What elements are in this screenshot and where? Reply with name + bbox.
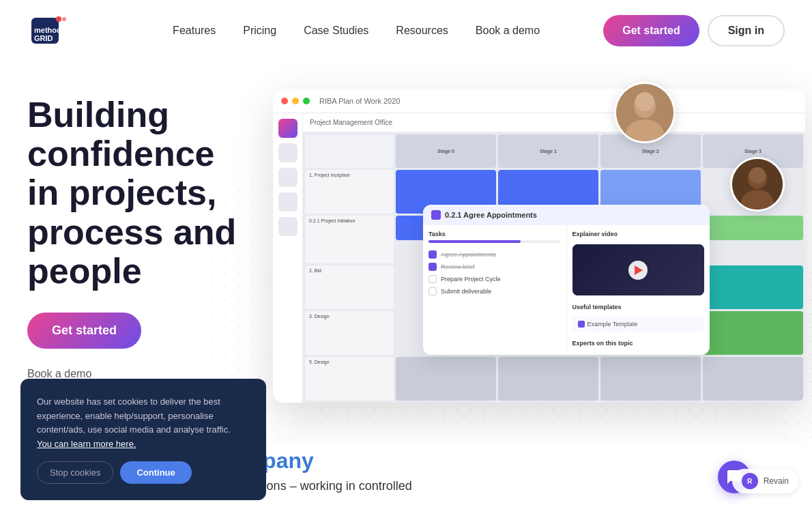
revain-badge: R Revain <box>732 469 798 493</box>
nav-case-studies[interactable]: Case Studies <box>304 25 368 36</box>
cookie-actions: Stop cookies Continue <box>37 461 250 484</box>
window-maximize-dot <box>303 98 310 104</box>
grid-col-header-0 <box>305 134 394 168</box>
experts-section-label: Experts on this topic <box>572 340 705 347</box>
logo[interactable]: method GRID <box>27 10 109 51</box>
stop-cookies-button[interactable]: Stop cookies <box>37 461 113 484</box>
cookie-learn-more-link[interactable]: You can learn more here. <box>37 439 136 449</box>
grid-col-header-2: Stage 1 <box>498 134 598 168</box>
navbar: method GRID Features Pricing Case Studie… <box>0 0 812 61</box>
cookie-banner: Our website has set cookies to deliver t… <box>20 379 266 500</box>
grid-cell-3-4 <box>703 265 803 309</box>
nav-sign-in-button[interactable]: Sign in <box>708 15 785 46</box>
template-row-inner: Example Template <box>578 321 699 328</box>
task-text-4: Submit deliverable <box>441 288 491 295</box>
continue-button[interactable]: Continue <box>120 461 191 484</box>
task-item-2: Review brief <box>429 261 561 273</box>
cookie-text: Our website has set cookies to deliver t… <box>37 395 250 452</box>
grid-cell-5-1 <box>396 357 496 401</box>
grid-row-label-5: 5. Design <box>305 357 394 401</box>
task-text-2: Review brief <box>441 263 475 270</box>
task-checkbox-empty-1 <box>429 275 437 283</box>
nav-resources[interactable]: Resources <box>396 25 448 36</box>
grid-row-label-4: 3. Design <box>305 311 394 355</box>
task-card: 0.2.1 Agree Appointments Tasks Agree App… <box>423 205 710 355</box>
nav-get-started-button[interactable]: Get started <box>603 15 699 46</box>
templates-section-label: Useful templates <box>572 304 705 310</box>
play-icon <box>635 265 643 275</box>
grid-row-label-2: 0.2.1 Project Initiation <box>305 216 394 263</box>
task-progress-bar-wrap <box>429 240 561 243</box>
sidebar-icon-4 <box>278 192 298 212</box>
sidebar-icon-5 <box>278 217 298 236</box>
nav-book-demo[interactable]: Book a demo <box>476 25 540 36</box>
grid-col-header-1: Stage 0 <box>396 134 496 168</box>
task-item-4: Submit deliverable <box>429 285 561 298</box>
task-card-header: 0.2.1 Agree Appointments <box>423 205 710 225</box>
avatar-face-2 <box>732 159 783 209</box>
task-card-title: 0.2.1 Agree Appointments <box>445 211 537 219</box>
task-checkbox-empty-2 <box>429 287 437 295</box>
task-card-icon <box>431 210 441 220</box>
sidebar-icon-3 <box>278 168 298 187</box>
revain-label: Revain <box>764 476 789 486</box>
svg-text:GRID: GRID <box>34 34 53 42</box>
grid-cell-2-4 <box>703 216 803 240</box>
task-list-column: Tasks Agree Appointments Review brief <box>423 225 567 352</box>
revain-icon: R <box>742 473 758 489</box>
hero-right: RIBA Plan of Work 2020 Project Managemen… <box>259 82 785 444</box>
svg-point-3 <box>56 16 61 22</box>
cookie-main-text: Our website has set cookies to deliver t… <box>37 396 231 435</box>
hero-avatar-2 <box>730 157 785 212</box>
template-item: Example Template <box>572 317 705 332</box>
play-button[interactable] <box>628 261 648 280</box>
task-progress-bar-fill <box>429 240 521 243</box>
task-checkbox-done-1 <box>429 250 437 259</box>
video-section-label: Explainer video <box>572 231 705 237</box>
video-column: Explainer video Useful templates Example… <box>567 225 710 352</box>
dashboard-title: RIBA Plan of Work 2020 <box>319 97 400 105</box>
grid-cell-5-4 <box>703 357 803 401</box>
hero-get-started-button[interactable]: Get started <box>27 313 141 349</box>
task-checkbox-done-2 <box>429 263 437 271</box>
template-name: Example Template <box>588 321 638 328</box>
grid-cell-4-4 <box>703 311 803 355</box>
tasks-label: Tasks <box>429 231 561 237</box>
window-minimize-dot <box>292 98 299 104</box>
task-text-1: Agree Appointments <box>441 251 496 258</box>
hero-title: Building confidence in projects, process… <box>27 96 246 291</box>
avatar-face-1 <box>616 84 673 141</box>
grid-row-label-1: 1. Project Inception <box>305 170 394 214</box>
nav-pricing[interactable]: Pricing <box>243 25 276 36</box>
nav-links: Features Pricing Case Studies Resources … <box>173 25 540 37</box>
dashboard-breadcrumb: Project Management Office <box>303 113 805 132</box>
grid-cell-5-2 <box>498 357 598 401</box>
sidebar-icon-1 <box>278 119 298 138</box>
svg-text:method: method <box>34 26 61 34</box>
dashboard-header: RIBA Plan of Work 2020 <box>273 89 805 113</box>
svg-point-4 <box>62 17 66 21</box>
task-item-1: Agree Appointments <box>429 248 561 261</box>
nav-actions: Get started Sign in <box>603 15 785 46</box>
task-item-3: Prepare Project Cycle <box>429 273 561 285</box>
video-thumbnail[interactable] <box>572 244 705 295</box>
task-text-3: Prepare Project Cycle <box>441 276 501 283</box>
grid-row-label-3: 2. Bid <box>305 265 394 309</box>
sidebar-icon-2 <box>278 143 298 162</box>
svg-point-8 <box>635 92 654 111</box>
dashboard-sidebar <box>273 113 303 403</box>
template-icon <box>578 321 585 328</box>
hero-avatar-1 <box>614 82 676 143</box>
svg-point-12 <box>749 167 766 184</box>
task-card-body: Tasks Agree Appointments Review brief <box>423 225 710 352</box>
window-close-dot <box>281 98 288 104</box>
grid-cell-5-3 <box>600 357 701 401</box>
nav-features[interactable]: Features <box>173 25 216 36</box>
